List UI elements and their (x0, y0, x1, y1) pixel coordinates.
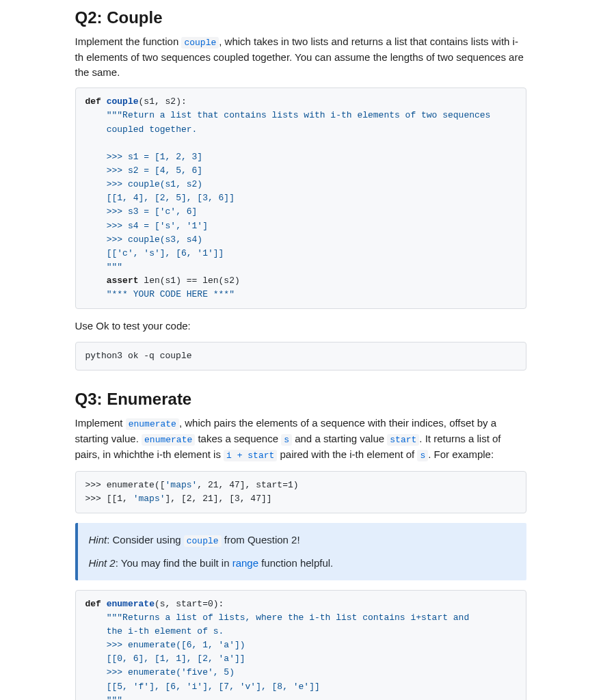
q2-code-block: def couple(s1, s2): """Return a list tha… (75, 88, 526, 309)
q2-heading: Q2: Couple (75, 8, 526, 27)
doctest-line: [[1, 4], [2, 5], [3, 6]] (107, 193, 235, 203)
code-istart: i + start (224, 450, 277, 461)
hint-label: Hint (89, 534, 107, 546)
ex-line: , 21, 47], start=1) (197, 480, 298, 490)
hint-1: Hint: Consider using couple from Questio… (89, 531, 516, 549)
fn-enumerate: enumerate (107, 599, 155, 609)
code-s: s (417, 450, 428, 461)
hint-text: function helpful. (258, 557, 333, 569)
range-link[interactable]: range (232, 557, 258, 569)
ex-str: 'maps' (165, 480, 198, 490)
ex-line: >>> [[1, (85, 494, 133, 504)
text: paired with the i-th element of (277, 448, 417, 460)
doctest-line: """ (107, 695, 122, 700)
doctest-line: >>> enumerate('five', 5) (107, 667, 235, 677)
q3-heading: Q3: Enumerate (75, 390, 526, 409)
code-placeholder: "*** YOUR CODE HERE ***" (107, 289, 235, 299)
ex-str: 'maps' (133, 494, 165, 504)
q2-intro: Implement the function couple, which tak… (75, 34, 526, 79)
fn-couple: couple (107, 96, 139, 107)
doctest-line: [[0, 6], [1, 1], [2, 'a']] (107, 654, 245, 664)
kw-def: def (85, 96, 101, 107)
doc-line: coupled together. (107, 124, 198, 135)
assert-tail: len(s1) == len(s2) (139, 275, 240, 286)
q3-example-block: >>> enumerate(['maps', 21, 47], start=1)… (75, 471, 526, 513)
text: . For example: (428, 448, 494, 460)
doc-line: """Returns a list of lists, where the i-… (107, 612, 470, 623)
hint-text: : You may find the built in (116, 557, 232, 569)
hint-text: : Consider using (107, 534, 184, 546)
doctest-line: >>> s4 = ['s', '1'] (107, 221, 208, 231)
q2-test-cmd: python3 ok -q couple (75, 342, 526, 371)
doctest-line: [['c', 's'], [6, '1']] (107, 248, 224, 258)
kw-def: def (85, 599, 101, 609)
doc-line: """Return a list that contains lists wit… (107, 110, 491, 120)
doctest-line: """ (107, 262, 122, 272)
doctest-line: >>> enumerate([6, 1, 'a']) (107, 640, 245, 650)
doctest-line: >>> couple(s1, s2) (107, 179, 202, 189)
q2-intro-code: couple (181, 37, 219, 49)
text: takes a sequence (195, 433, 281, 444)
q3-intro: Implement enumerate, which pairs the ele… (75, 416, 526, 463)
ex-line: >>> enumerate([ (85, 480, 165, 490)
doctest-line: >>> s1 = [1, 2, 3] (107, 152, 202, 162)
doctest-line: >>> couple(s3, s4) (107, 234, 202, 245)
code-enumerate: enumerate (126, 418, 179, 430)
doctest-line: >>> s2 = [4, 5, 6] (107, 165, 202, 176)
sig-tail: (s, start=0): (155, 599, 224, 609)
code-start: start (387, 434, 419, 446)
text: and a starting value (292, 433, 387, 444)
hint-box: Hint: Consider using couple from Questio… (75, 523, 526, 580)
doctest-line: [[5, 'f'], [6, 'i'], [7, 'v'], [8, 'e']] (107, 682, 320, 692)
q2-test-label: Use Ok to test your code: (75, 319, 526, 334)
sig-tail: (s1, s2): (139, 96, 187, 107)
q3-code-block: def enumerate(s, start=0): """Returns a … (75, 590, 526, 700)
hint-text: from Question 2! (222, 534, 300, 546)
ex-line: ], [2, 21], [3, 47]] (165, 494, 272, 504)
hint-label: Hint 2 (89, 557, 116, 569)
code-s: s (281, 434, 292, 446)
doctest-line: >>> s3 = ['c', 6] (107, 206, 198, 217)
kw-assert: assert (107, 275, 139, 286)
text: Implement (75, 417, 126, 429)
hint-2: Hint 2: You may find the built in range … (89, 554, 516, 572)
code-enumerate: enumerate (142, 434, 195, 446)
q2-intro-pre: Implement the function (75, 36, 182, 47)
hint-code-couple: couple (184, 535, 222, 547)
doc-line: the i-th element of s. (107, 626, 224, 636)
